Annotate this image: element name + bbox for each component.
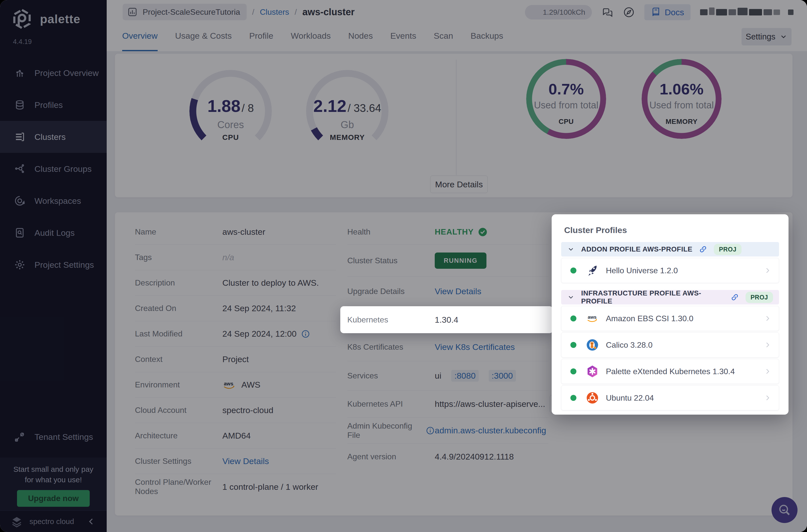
- chevron-right-icon: [764, 394, 771, 402]
- panel-title: Cluster Profiles: [564, 225, 779, 235]
- chevron-down-icon: [567, 246, 575, 253]
- profile-name: Calico 3.28.0: [606, 340, 764, 350]
- chevron-right-icon: [764, 368, 771, 375]
- profile-name: Hello Universe 1.2.0: [606, 266, 764, 275]
- scope-badge: PROJ: [714, 244, 741, 255]
- svg-text:aws: aws: [588, 315, 597, 320]
- link-icon: [731, 293, 739, 302]
- chevron-right-icon: [764, 315, 771, 322]
- aws-icon: aws: [586, 312, 599, 325]
- ubuntu-icon: [586, 392, 599, 404]
- profile-name: Ubuntu 22.04: [606, 393, 764, 403]
- chevron-down-icon: [567, 293, 575, 301]
- profile-item-ubuntu[interactable]: Ubuntu 22.04: [561, 385, 779, 410]
- profile-item-calico[interactable]: Calico 3.28.0: [561, 332, 779, 357]
- section-title: ADDON PROFILE AWS-PROFILE: [581, 245, 692, 253]
- section-title: INFRASTRUCTURE PROFILE AWS-PROFILE: [581, 289, 724, 305]
- cluster-profiles-panel: Cluster Profiles ADDON PROFILE AWS-PROFI…: [552, 214, 789, 415]
- pxk-hexagon-icon: [586, 365, 599, 378]
- status-dot-icon: [570, 395, 576, 401]
- infrastructure-profile-header[interactable]: INFRASTRUCTURE PROFILE AWS-PROFILE PROJ: [561, 290, 779, 304]
- kubernetes-version: 1.30.4: [435, 315, 548, 325]
- detail-label: Kubernetes: [347, 315, 435, 324]
- app-window: palette 4.4.19 Project Overview Profiles…: [0, 0, 807, 532]
- profile-item-hello-universe[interactable]: Hello Universe 1.2.0: [561, 258, 779, 283]
- scope-badge: PROJ: [746, 292, 773, 303]
- calico-icon: [586, 338, 599, 352]
- status-dot-icon: [570, 368, 576, 374]
- chevron-right-icon: [764, 341, 771, 349]
- status-dot-icon: [570, 316, 576, 321]
- addon-profile-header[interactable]: ADDON PROFILE AWS-PROFILE PROJ: [561, 242, 779, 256]
- chevron-right-icon: [764, 267, 771, 274]
- profile-item-amazon-ebs-csi[interactable]: aws Amazon EBS CSI 1.30.0: [561, 306, 779, 331]
- rocket-icon: [586, 264, 599, 277]
- profile-name: Palette eXtended Kubernetes 1.30.4: [606, 367, 764, 376]
- link-icon: [699, 245, 707, 253]
- detail-row-kubernetes-spotlight: Kubernetes 1.30.4: [340, 306, 553, 333]
- status-dot-icon: [570, 267, 576, 273]
- profile-name: Amazon EBS CSI 1.30.0: [606, 314, 764, 323]
- status-dot-icon: [570, 342, 576, 348]
- profile-item-palette-extended-kubernetes[interactable]: Palette eXtended Kubernetes 1.30.4: [561, 359, 779, 384]
